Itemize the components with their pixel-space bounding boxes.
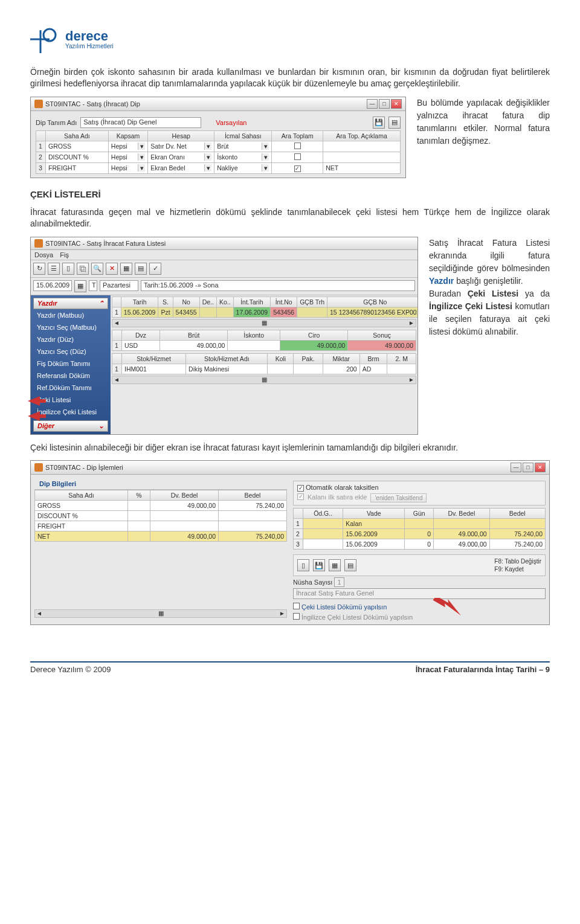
sb-yazici-matbuu[interactable]: Yazıcı Seç (Matbuu) (33, 321, 108, 333)
grid-row[interactable]: NET 49.000,00 75.240,00 (35, 531, 287, 542)
dip-islemleri-window: ST09INTAC - Dip İşlemleri — □ ✕ Dip Bilg… (30, 460, 550, 625)
para-dip-note: Çeki listesinin alınabileceği bir diğer … (30, 442, 550, 454)
chk-ceki-tr[interactable] (293, 603, 300, 609)
dropdown-icon[interactable]: ▾ (262, 164, 269, 172)
day-name[interactable]: Pazartesi (100, 280, 138, 291)
dropdown-icon[interactable]: ▾ (262, 153, 269, 161)
taksit-grid[interactable]: Öd.G.. Vade Gün Dv. Bedel Bedel 1 Kalan … (293, 508, 546, 550)
fatura-listesi-window: ST09INTAC - Satış İhracat Fatura Listesi… (30, 237, 418, 435)
refresh-icon[interactable]: ↻ (33, 263, 45, 275)
dip-left-header: Dip Bilgileri (34, 478, 287, 490)
chk-ceki-en[interactable] (293, 613, 300, 620)
fatura-row[interactable]: 1 15.06.2009 Pzt 543455 17.06.2009 54345… (112, 307, 418, 317)
settings-icon[interactable]: ▤ (135, 263, 147, 275)
export-icon[interactable]: ▤ (344, 559, 356, 571)
grid-row[interactable]: FREIGHT (35, 521, 287, 531)
sb-ceki-listesi[interactable]: Çeki Listesi (33, 394, 108, 406)
dropdown-icon[interactable]: ▾ (138, 143, 145, 150)
scrollbar[interactable]: ◄▦► (112, 376, 416, 384)
summary-grid[interactable]: Dvz Brüt İskonto Ciro Sonuç 1 USD 49.000… (112, 330, 416, 351)
dropdown-icon[interactable]: ▾ (262, 143, 269, 150)
minimize-button[interactable]: — (367, 99, 378, 109)
nusha-label: Nüsha Sayısı (293, 579, 332, 586)
col-icmal: İcmal Sahası (214, 130, 272, 141)
main-grid-area: Tarih S. No De.. Ko.. İnt.Tarih İnt.No G… (111, 295, 417, 434)
col-kapsam: Kapsam (108, 130, 147, 141)
chk-auto-taksit[interactable]: ✓ (297, 485, 304, 492)
dropdown-icon[interactable]: ▾ (138, 164, 145, 172)
search-icon[interactable]: 🔍 (91, 263, 103, 275)
grid-icon[interactable]: ▦ (329, 559, 341, 571)
card-icon[interactable]: ▤ (388, 117, 401, 129)
item-row[interactable]: 1 IHM001 Dikiş Makinesi 200 AD (112, 364, 416, 374)
export-icon[interactable]: ▦ (120, 263, 132, 275)
scrollbar[interactable]: ◄▦► (34, 609, 287, 618)
heading-ceki: ÇEKİ LİSTELERİ (30, 189, 550, 199)
sidebar-header[interactable]: Yazdır ⌃ (33, 298, 108, 309)
grid-row[interactable]: GROSS 49.000,00 75.240,00 (35, 501, 287, 511)
logo-subtitle: Yazılım Hizmetleri (65, 43, 114, 50)
sb-yazici-duz[interactable]: Yazıcı Seç (Düz) (33, 345, 108, 358)
sb-ing-ceki[interactable]: İngilizce Çeki Listesi (33, 406, 108, 418)
close-button[interactable]: ✕ (535, 463, 546, 472)
item-grid[interactable]: Stok/Hizmet Stok/Hizmet Adı Koli Pak. Mi… (112, 353, 416, 374)
chk-kalan[interactable]: ✓ (297, 493, 304, 500)
menu-dosya[interactable]: Dosya (34, 251, 53, 258)
range-input[interactable]: Tarih:15.06.2009 -» Sona (141, 280, 415, 291)
copy-icon[interactable]: ⿻ (77, 263, 89, 275)
dropdown-icon[interactable]: ▾ (138, 153, 145, 161)
close-button[interactable]: ✕ (391, 99, 402, 109)
sidebar-footer[interactable]: Diğer ⌄ (33, 420, 108, 432)
maximize-button[interactable]: □ (379, 99, 390, 109)
grid-row[interactable]: 2 DISCOUNT % Hepsi▾ Ekran Oranı▾ İskonto… (36, 152, 401, 162)
day-type[interactable]: T (89, 280, 97, 291)
scrollbar[interactable]: ◄▦► (112, 319, 416, 327)
grid-row[interactable]: DISCOUNT % (35, 511, 287, 521)
checkbox[interactable]: ✓ (294, 165, 301, 172)
date-input[interactable]: 15.06.2009 (33, 280, 72, 291)
window-title: ST09INTAC - Satış İhracat Fatura Listesi (45, 240, 166, 247)
window-icon (34, 463, 43, 472)
grid-row[interactable]: 1 Kalan (294, 519, 546, 529)
minimize-button[interactable]: — (511, 463, 521, 472)
doc-icon[interactable]: ▯ (297, 559, 309, 571)
save-icon[interactable]: 💾 (373, 117, 385, 129)
col-ara: Ara Toplam (272, 130, 323, 141)
grid-row[interactable]: 2 15.06.2009 0 49.000,00 75.240,00 (294, 529, 546, 539)
menu-fis[interactable]: Fiş (60, 251, 69, 258)
calendar-icon[interactable]: ▦ (74, 280, 86, 292)
list-icon[interactable]: ☰ (48, 263, 60, 275)
sb-fis-dokum[interactable]: Fiş Döküm Tanımı (33, 358, 108, 370)
sb-referansli[interactable]: Referanslı Döküm (33, 370, 108, 382)
collapse-icon[interactable]: ⌃ (98, 300, 104, 307)
sb-ref-dokum[interactable]: Ref.Döküm Tanımı (33, 382, 108, 394)
doc-icon[interactable]: ▯ (62, 263, 74, 275)
dip-left-grid[interactable]: Saha Adı % Dv. Bedel Bedel GROSS 49.000,… (34, 490, 287, 542)
col-aciklama: Ara Top. Açıklama (323, 130, 401, 141)
sb-yazdir-matbuu[interactable]: Yazdır (Matbuu) (33, 309, 108, 321)
maximize-button[interactable]: □ (523, 463, 533, 472)
delete-icon[interactable]: ✕ (106, 263, 118, 275)
col-hesap: Hesap (148, 130, 214, 141)
grid-row[interactable]: 3 FREIGHT Hepsi▾ Ekran Bedel▾ Nakliye▾ ✓… (36, 162, 401, 173)
grid-row[interactable]: 1 GROSS Hepsi▾ Satır Dv. Net▾ Brüt▾ (36, 141, 401, 152)
dropdown-icon[interactable]: ▾ (204, 153, 211, 161)
dropdown-icon[interactable]: ▾ (204, 164, 211, 172)
checkbox[interactable] (294, 143, 301, 149)
sb-yazdir-duz[interactable]: Yazdır (Düz) (33, 333, 108, 345)
summary-row[interactable]: 1 USD 49.000,00 49.000,00 49.000,00 (112, 340, 416, 350)
intro-paragraph: Örneğin birden çok iskonto sahasının bir… (30, 66, 550, 89)
dip-grid[interactable]: Saha Adı Kapsam Hesap İcmal Sahası Ara T… (36, 130, 401, 174)
grid-row[interactable]: 3 15.06.2009 0 49.000,00 75.240,00 (294, 539, 546, 550)
fatura-grid[interactable]: Tarih S. No De.. Ko.. İnt.Tarih İnt.No G… (112, 297, 417, 318)
dropdown-icon[interactable]: ▾ (204, 143, 211, 150)
check-icon[interactable]: ✓ (149, 263, 161, 275)
checkbox[interactable] (294, 153, 301, 160)
expand-icon[interactable]: ⌄ (98, 422, 104, 430)
dip-tanim-input[interactable]: Satış (İhracat) Dip Genel (80, 117, 201, 128)
dip-tanim-window: ST09INTAC - Satış (İhracat) Dip — □ ✕ Di… (30, 97, 406, 178)
save-icon[interactable]: 💾 (313, 559, 325, 571)
window-title: ST09INTAC - Satış (İhracat) Dip (45, 100, 140, 107)
dip-tanim-label: Dip Tanım Adı (36, 119, 77, 126)
yeniden-taksit-button[interactable]: 'eniden Taksitlend (370, 493, 427, 502)
